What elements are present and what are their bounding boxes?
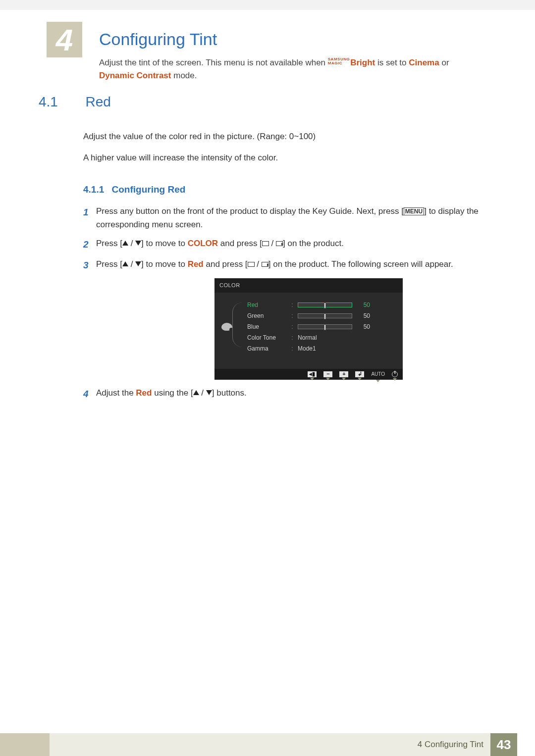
samsung-magic-tag: SAMSUNG MAGIC	[328, 57, 350, 65]
osd-row-red: : 50	[291, 300, 398, 310]
footer-page-number: 43	[490, 733, 517, 756]
osd-item-gamma: Gamma	[247, 343, 291, 354]
step-2-b: ] to move to	[141, 239, 188, 248]
triangle-up-icon	[193, 390, 199, 395]
value-colortone: Normal	[298, 333, 317, 343]
page-footer: 4 Configuring Tint 43	[0, 733, 535, 756]
section-4-1: 4.1 Red Adjust the value of the color re…	[39, 94, 489, 407]
osd-item-green: Green	[247, 310, 291, 321]
step-3: 3 Press [ / ] to move to Red and press […	[83, 258, 489, 272]
step-2-a: Press [	[96, 239, 122, 248]
osd-row-blue: : 50	[291, 321, 398, 332]
osd-arc-decoration	[232, 302, 247, 347]
slider-green	[298, 313, 352, 318]
power-icon	[392, 371, 398, 377]
colon-sep: :	[291, 311, 294, 321]
chapter-title: Configuring Tint	[99, 30, 217, 49]
osd-minus-button-icon: −	[323, 371, 332, 377]
section-title: Red	[85, 94, 110, 110]
osd-values-column: : 50 :	[291, 300, 398, 354]
step-2-text: Press [ / ] to move to COLOR and press […	[96, 237, 489, 252]
osd-row-gamma: : Mode1	[291, 343, 398, 354]
osd-item-blue: Blue	[247, 321, 291, 332]
source-icon	[248, 262, 255, 267]
triangle-up-icon	[122, 241, 128, 246]
subsection-heading: 4.1.1 Configuring Red	[83, 184, 489, 195]
osd-row-colortone: : Normal	[291, 332, 398, 343]
osd-title: COLOR	[214, 278, 403, 293]
value-blue: 50	[356, 322, 370, 332]
subsection-number: 4.1.1	[83, 184, 104, 195]
red-keyword: Red	[188, 259, 204, 269]
triangle-up-icon	[122, 261, 128, 266]
osd-enter-button-icon: ↲	[355, 371, 364, 377]
slider-blue	[298, 324, 352, 329]
enter-icon	[276, 241, 283, 246]
osd-back-button-icon: ◂▮	[308, 371, 317, 377]
subsection-title: Configuring Red	[112, 184, 186, 195]
step-1: 1 Press any button on the front of the p…	[83, 205, 489, 231]
menu-key-icon: MENU	[404, 207, 424, 215]
enter-icon	[262, 262, 268, 267]
steps-list: 1 Press any button on the front of the p…	[83, 205, 489, 401]
intro-mid2: or	[441, 58, 449, 67]
footer-left-block	[0, 733, 50, 756]
step-4-text: Adjust the Red using the [ / ] buttons.	[96, 387, 489, 401]
step-1-text: Press any button on the front of the pro…	[96, 205, 489, 231]
triangle-down-icon	[206, 390, 212, 395]
triangle-down-icon	[135, 261, 141, 266]
step-3-b: ] to move to	[141, 259, 188, 269]
osd-panel: COLOR Red Green Blue Color Tone Gamma	[214, 278, 403, 380]
step-4-b: using the [	[152, 388, 193, 398]
step-3-a: Press [	[96, 259, 122, 269]
intro-mid1: is set to	[377, 58, 409, 67]
colon-sep: :	[291, 344, 294, 353]
color-keyword: COLOR	[188, 239, 218, 248]
step-3-c: and press [	[204, 259, 248, 269]
intro-lead: Adjust the tint of the screen. This menu…	[99, 58, 328, 67]
osd-item-red: Red	[247, 300, 291, 310]
chapter-number-badge: 4	[47, 22, 82, 57]
osd-plus-button-icon: +	[339, 371, 348, 377]
triangle-down-icon	[135, 241, 141, 246]
source-icon	[262, 241, 269, 246]
chapter-intro-text: Adjust the tint of the screen. This menu…	[99, 56, 485, 83]
step-3-d: ] on the product. The following screen w…	[268, 259, 453, 269]
step-3-number: 3	[83, 258, 96, 272]
osd-screenshot: COLOR Red Green Blue Color Tone Gamma	[128, 278, 489, 380]
step-4: 4 Adjust the Red using the [ / ] buttons…	[83, 387, 489, 401]
dynamic-contrast-keyword: Dynamic Contrast	[99, 71, 171, 80]
slider-red	[298, 302, 352, 307]
osd-category-icon-column	[217, 300, 236, 354]
value-red: 50	[356, 301, 370, 310]
slider-red-knob	[324, 302, 326, 308]
osd-body: Red Green Blue Color Tone Gamma :	[214, 293, 403, 369]
step-2: 2 Press [ / ] to move to COLOR and press…	[83, 237, 489, 252]
step-1-a: Press any button on the front of the pro…	[96, 206, 404, 216]
section-p2: A higher value will increase the intensi…	[83, 151, 489, 164]
step-4-c: ] buttons.	[212, 388, 247, 398]
step-4-number: 4	[83, 387, 96, 401]
slider-green-knob	[324, 313, 326, 319]
step-3-text: Press [ / ] to move to Red and press [ /…	[96, 258, 489, 272]
section-p1: Adjust the value of the color red in the…	[83, 130, 489, 143]
osd-row-green: : 50	[291, 310, 398, 321]
step-2-number: 2	[83, 237, 96, 252]
slider-blue-knob	[324, 324, 326, 330]
step-2-c: and press [	[218, 239, 262, 248]
step-4-a: Adjust the	[96, 388, 136, 398]
value-green: 50	[356, 311, 370, 321]
intro-tail: mode.	[173, 71, 197, 80]
osd-footer: ◂▮ − + ↲ AUTO	[214, 369, 403, 380]
step-1-number: 1	[83, 205, 96, 231]
magic-bottom: MAGIC	[328, 61, 350, 65]
value-gamma: Mode1	[298, 344, 316, 353]
colon-sep: :	[291, 301, 294, 310]
osd-item-colortone: Color Tone	[247, 332, 291, 343]
colon-sep: :	[291, 322, 294, 332]
section-body: Adjust the value of the color red in the…	[83, 130, 489, 164]
osd-auto-label: AUTO	[371, 370, 385, 378]
colon-sep: :	[291, 333, 294, 343]
footer-right-gap	[517, 733, 535, 756]
palette-icon	[221, 323, 232, 331]
